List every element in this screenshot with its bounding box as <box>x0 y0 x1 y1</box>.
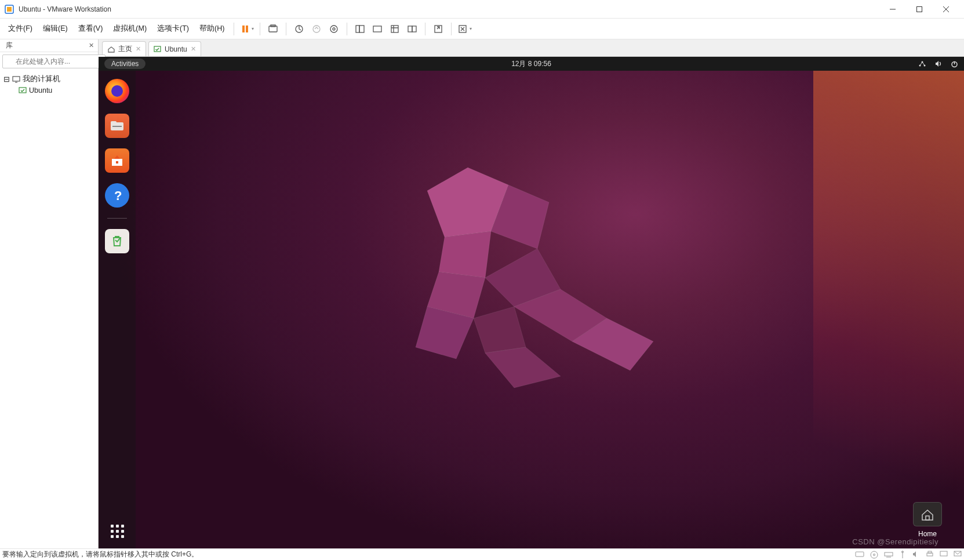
search-input[interactable] <box>2 54 106 68</box>
svg-point-52 <box>874 554 875 555</box>
tab-home[interactable]: 主页 ✕ <box>102 41 146 56</box>
messages-icon[interactable] <box>954 551 962 559</box>
monitor-icon <box>12 76 20 83</box>
svg-rect-16 <box>373 26 381 32</box>
view-single-button[interactable] <box>369 21 385 37</box>
dock-help[interactable]: ? <box>105 183 129 208</box>
tab-ubuntu-label: Ubuntu <box>165 45 187 53</box>
removable-devices <box>855 551 962 559</box>
device-display-icon[interactable] <box>940 551 948 559</box>
dock-firefox[interactable] <box>105 79 129 103</box>
power-icon <box>951 60 958 68</box>
svg-rect-15 <box>359 26 364 32</box>
tab-close-icon[interactable]: ✕ <box>191 45 196 53</box>
svg-point-13 <box>333 28 335 30</box>
dock-files[interactable] <box>105 114 129 138</box>
fullscreen-button[interactable] <box>387 21 403 37</box>
dock-apps-button[interactable] <box>111 525 124 538</box>
stretch-button[interactable] <box>456 21 472 37</box>
menu-help[interactable]: 帮助(H) <box>195 20 229 37</box>
menu-vm[interactable]: 虚拟机(M) <box>108 20 151 37</box>
svg-marker-47 <box>485 347 561 388</box>
content-area: 主页 ✕ Ubuntu ✕ Activities 12月 8 09:56 <box>99 39 964 548</box>
svg-rect-36 <box>112 126 122 127</box>
svg-rect-57 <box>927 553 933 556</box>
menu-view[interactable]: 查看(V) <box>74 20 108 37</box>
unity-button[interactable] <box>404 21 420 37</box>
dock-trash[interactable] <box>105 229 129 253</box>
tree-root-my-computer[interactable]: ⊟ 我的计算机 <box>3 73 94 85</box>
menu-tabs[interactable]: 选项卡(T) <box>152 20 194 37</box>
snapshot-revert-button[interactable] <box>308 21 325 37</box>
tab-ubuntu[interactable]: Ubuntu ✕ <box>148 41 201 56</box>
separator <box>234 23 234 35</box>
separator <box>347 23 347 35</box>
dock-divider <box>107 218 127 219</box>
library-tree: ⊟ 我的计算机 Ubuntu <box>0 71 98 98</box>
svg-rect-6 <box>242 26 245 32</box>
separator <box>286 23 286 35</box>
svg-rect-17 <box>391 26 398 32</box>
menu-file[interactable]: 文件(F) <box>3 20 37 37</box>
sidebar-close-button[interactable]: ✕ <box>86 41 96 50</box>
svg-marker-41 <box>439 231 491 278</box>
svg-rect-19 <box>412 26 416 32</box>
separator <box>260 23 260 35</box>
svg-rect-37 <box>116 161 118 163</box>
device-printer-icon[interactable] <box>926 551 934 559</box>
system-tray[interactable] <box>918 60 958 68</box>
view-console-button[interactable] <box>352 21 368 37</box>
wallpaper-jellyfish <box>340 156 688 399</box>
folder-home-icon <box>913 502 942 526</box>
svg-point-33 <box>111 85 123 97</box>
dock-software[interactable] <box>105 148 129 173</box>
svg-rect-49 <box>926 516 929 520</box>
tree-item-ubuntu[interactable]: Ubuntu <box>19 85 94 96</box>
minimize-button[interactable] <box>879 0 906 19</box>
device-usb-icon[interactable] <box>899 551 906 559</box>
gnome-top-bar: Activities 12月 8 09:56 <box>99 57 964 71</box>
svg-text:?: ? <box>114 188 122 203</box>
snapshot-button[interactable] <box>265 21 281 37</box>
close-button[interactable] <box>933 0 959 19</box>
device-cd-icon[interactable] <box>870 551 878 559</box>
enter-fullscreen-button[interactable] <box>430 21 446 37</box>
volume-icon <box>934 60 943 67</box>
svg-rect-35 <box>111 121 117 124</box>
guest-viewport[interactable]: Activities 12月 8 09:56 <box>99 57 964 548</box>
gnome-dock: ? <box>99 71 136 548</box>
tree-item-label: Ubuntu <box>29 86 52 94</box>
desktop-home-folder[interactable]: Home <box>913 502 942 538</box>
snapshot-take-button[interactable] <box>291 21 307 37</box>
window-title: Ubuntu - VMware Workstation <box>19 5 111 13</box>
device-net-icon[interactable] <box>884 551 893 559</box>
sidebar-header: 库 ✕ <box>0 39 98 52</box>
activities-button[interactable]: Activities <box>104 59 145 69</box>
svg-marker-45 <box>474 307 526 353</box>
menu-edit[interactable]: 编辑(E) <box>38 20 72 37</box>
home-icon <box>107 45 115 53</box>
vm-icon <box>19 87 27 94</box>
tree-root-label: 我的计算机 <box>23 74 60 84</box>
separator <box>425 23 425 35</box>
tab-close-icon[interactable]: ✕ <box>136 45 141 53</box>
desktop-home-label: Home <box>913 530 942 538</box>
snapshot-manager-button[interactable] <box>326 21 342 37</box>
device-sound-icon[interactable] <box>912 551 920 559</box>
vmware-logo-icon <box>5 5 14 14</box>
desktop-wallpaper[interactable]: ? <box>99 71 964 548</box>
pause-button[interactable] <box>239 21 255 37</box>
svg-rect-59 <box>940 551 947 556</box>
svg-rect-27 <box>154 46 161 52</box>
network-icon <box>918 60 926 67</box>
svg-point-11 <box>313 26 320 32</box>
svg-point-51 <box>871 551 878 558</box>
clock[interactable]: 12月 8 09:56 <box>511 59 551 69</box>
maximize-button[interactable] <box>906 0 933 19</box>
collapse-icon: ⊟ <box>3 75 10 83</box>
svg-rect-3 <box>917 6 922 12</box>
separator <box>451 23 452 35</box>
svg-rect-18 <box>408 26 412 32</box>
watermark: CSDN @Serendipitiesly <box>852 537 938 546</box>
device-hdd-icon[interactable] <box>855 551 864 559</box>
